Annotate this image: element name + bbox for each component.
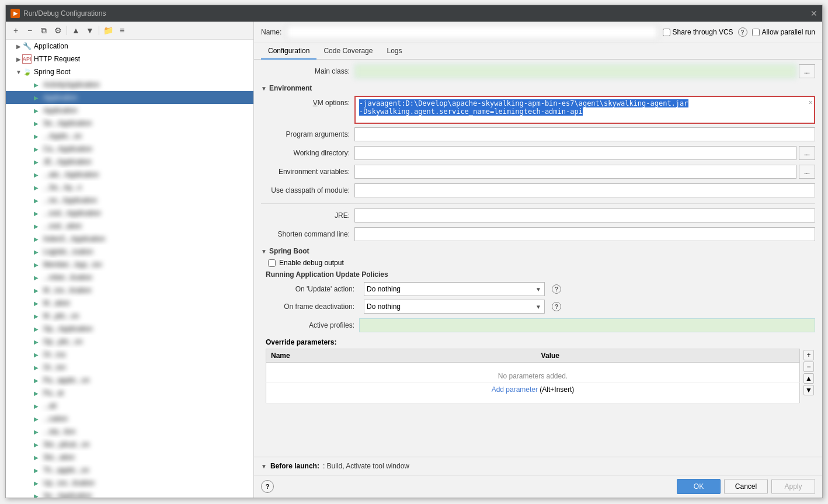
tree-item-spring-boot-group[interactable]: ▼ 🍃 Spring Boot bbox=[6, 65, 253, 78]
dialog-icon: ▶ bbox=[11, 9, 20, 18]
expand-icon-sb21 bbox=[25, 338, 32, 345]
tab-configuration[interactable]: Configuration bbox=[261, 43, 316, 60]
tree-item-sb-21[interactable]: ▶ Op...plic...on bbox=[6, 335, 253, 348]
apply-button[interactable]: Apply bbox=[771, 479, 815, 494]
active-profiles-input[interactable] bbox=[359, 318, 815, 332]
tree-item-sb-5[interactable]: ▶ ...Applic...on bbox=[6, 130, 253, 142]
remove-config-button[interactable]: − bbox=[23, 24, 36, 37]
move-up-button[interactable]: ▲ bbox=[69, 24, 82, 37]
add-config-button[interactable]: + bbox=[9, 24, 22, 37]
main-class-input[interactable] bbox=[354, 64, 796, 78]
expand-icon-sb29 bbox=[25, 441, 32, 448]
left-panel: + − ⧉ ⚙ ▲ ▼ 📁 ≡ ▶ 🔧 Application bbox=[6, 22, 254, 498]
on-update-select-wrapper: Do nothing ▼ bbox=[364, 282, 545, 296]
tree-item-sb-23[interactable]: ▶ Or...ion bbox=[6, 361, 253, 374]
tab-code-coverage[interactable]: Code Coverage bbox=[316, 43, 380, 60]
tree-item-sb-12[interactable]: ▶ ...ood...ation bbox=[6, 220, 253, 232]
allow-parallel-checkbox[interactable] bbox=[752, 29, 760, 36]
working-dir-input[interactable] bbox=[354, 146, 796, 160]
classpath-label: Use classpath of module: bbox=[261, 183, 354, 194]
spring-boot-section-header[interactable]: ▼ Spring Boot bbox=[261, 247, 815, 255]
tree-item-sb-24[interactable]: ▶ Pa...applic...on bbox=[6, 374, 253, 387]
tree-item-application-group[interactable]: ▶ 🔧 Application bbox=[6, 40, 253, 53]
tree-item-sb-18[interactable]: ▶ M...ation bbox=[6, 297, 253, 310]
name-input[interactable] bbox=[286, 25, 657, 39]
shorten-cmd-control bbox=[354, 227, 815, 241]
tree-item-sb-13[interactable]: ▶ IndexS...Application bbox=[6, 232, 253, 245]
on-update-help-icon[interactable]: ? bbox=[552, 284, 561, 294]
enable-debug-checkbox[interactable] bbox=[268, 259, 276, 267]
share-vcs-help-icon[interactable]: ? bbox=[738, 27, 747, 37]
params-up-button[interactable]: ▲ bbox=[803, 373, 814, 384]
sb20-run-icon: ▶ bbox=[32, 324, 41, 333]
tree-item-sb-9[interactable]: ▶ ...Se...Ap...n bbox=[6, 181, 253, 194]
config-tree[interactable]: ▶ 🔧 Application ▶ API HTTP Request ▼ 🍃 S… bbox=[6, 40, 253, 498]
on-frame-select[interactable]: Do nothing bbox=[364, 300, 545, 314]
close-button[interactable]: ✕ bbox=[810, 9, 817, 18]
tree-item-sb-1[interactable]: ▶ ActivityApplication bbox=[6, 78, 253, 91]
params-down-button[interactable]: ▼ bbox=[803, 385, 814, 395]
tree-item-sb-19[interactable]: ▶ M...plic...on bbox=[6, 310, 253, 322]
working-dir-browse-button[interactable]: ... bbox=[799, 146, 815, 160]
add-param-link[interactable]: Add parameter bbox=[492, 385, 538, 394]
ok-button[interactable]: OK bbox=[677, 479, 721, 494]
program-args-label: Program arguments: bbox=[261, 127, 354, 138]
shorten-cmd-input[interactable] bbox=[354, 227, 815, 241]
share-vcs-checkbox[interactable] bbox=[663, 29, 670, 36]
folder-button[interactable]: 📁 bbox=[102, 24, 114, 37]
tree-item-sb-28[interactable]: ▶ ...sta...tion bbox=[6, 425, 253, 438]
expand-icon-sb33 bbox=[25, 492, 32, 498]
program-args-input[interactable] bbox=[354, 127, 815, 141]
tree-item-sb-32[interactable]: ▶ Up...ice...lication bbox=[6, 477, 253, 489]
tree-item-sb-30[interactable]: ▶ Sto...ation bbox=[6, 451, 253, 464]
tree-item-sb-7[interactable]: ▶ JE...Application bbox=[6, 155, 253, 168]
tree-item-sb-31[interactable]: ▶ Th...applic...on bbox=[6, 464, 253, 477]
vm-options-input[interactable]: -javaagent:D:\Develop\apache-skywalking-… bbox=[354, 96, 815, 124]
sb22-run-icon: ▶ bbox=[32, 350, 41, 359]
tree-item-sb-25[interactable]: ▶ Pa...at bbox=[6, 387, 253, 399]
tree-item-sb-33[interactable]: ▶ Se...Application bbox=[6, 489, 253, 498]
settings-button[interactable]: ⚙ bbox=[51, 24, 64, 37]
env-vars-browse-button[interactable]: ... bbox=[799, 165, 815, 179]
cancel-button[interactable]: Cancel bbox=[724, 479, 768, 494]
tree-item-sb-3[interactable]: ▶ Application bbox=[6, 104, 253, 117]
main-class-browse-button[interactable]: ... bbox=[799, 64, 815, 78]
tree-item-http-request[interactable]: ▶ API HTTP Request bbox=[6, 53, 253, 65]
jre-input[interactable] bbox=[354, 208, 815, 223]
vm-options-clear-button[interactable]: ✕ bbox=[809, 98, 813, 106]
tree-item-sb-11[interactable]: ▶ ...ood...Application bbox=[6, 207, 253, 220]
params-add-button[interactable]: + bbox=[803, 350, 814, 360]
on-frame-help-icon[interactable]: ? bbox=[552, 302, 561, 311]
params-remove-button[interactable]: − bbox=[803, 362, 814, 372]
sb18-run-icon: ▶ bbox=[32, 298, 41, 308]
sort-button[interactable]: ≡ bbox=[116, 24, 128, 37]
help-button[interactable]: ? bbox=[261, 480, 274, 493]
tree-item-sb-15[interactable]: ▶ Member...App...ion bbox=[6, 258, 253, 271]
tree-item-sb-10[interactable]: ▶ ...ne...Application bbox=[6, 194, 253, 207]
tree-item-sb-4[interactable]: ▶ Se...Application bbox=[6, 117, 253, 130]
copy-config-button[interactable]: ⧉ bbox=[37, 24, 50, 37]
main-class-label: Main class: bbox=[261, 64, 354, 75]
sb11-run-icon: ▶ bbox=[32, 208, 41, 218]
tree-item-sb-2[interactable]: ▶ Application bbox=[6, 91, 253, 104]
tree-item-sb-22[interactable]: ▶ Or...ica bbox=[6, 348, 253, 361]
sb10-label: ...ne...Application bbox=[43, 196, 97, 204]
main-class-control: ... bbox=[354, 64, 815, 78]
tree-item-sb-14[interactable]: ▶ Logistic...ication bbox=[6, 245, 253, 258]
on-update-row: On 'Update' action: Do nothing ▼ ? bbox=[266, 282, 815, 296]
tree-item-sb-8[interactable]: ▶ ...ate...Application bbox=[6, 168, 253, 181]
tree-item-sb-26[interactable]: ▶ ...ati bbox=[6, 399, 253, 412]
on-update-label: On 'Update' action: bbox=[266, 285, 359, 293]
environment-section-header[interactable]: ▼ Environment bbox=[261, 84, 815, 92]
tree-item-sb-29[interactable]: ▶ Sto...plicat...on bbox=[6, 438, 253, 451]
on-update-select[interactable]: Do nothing bbox=[364, 282, 545, 296]
move-down-button[interactable]: ▼ bbox=[84, 24, 96, 37]
tree-item-sb-20[interactable]: ▶ Op...Application bbox=[6, 322, 253, 335]
tab-logs[interactable]: Logs bbox=[380, 43, 409, 60]
tree-item-sb-17[interactable]: ▶ M...ice...lication bbox=[6, 284, 253, 297]
tree-item-sb-16[interactable]: ▶ ...mber...lication bbox=[6, 271, 253, 284]
tree-item-sb-6[interactable]: ▶ Ca...Application bbox=[6, 142, 253, 155]
env-vars-input[interactable] bbox=[354, 165, 796, 179]
tree-item-sb-27[interactable]: ▶ ...cation bbox=[6, 412, 253, 425]
classpath-input[interactable] bbox=[354, 183, 815, 197]
